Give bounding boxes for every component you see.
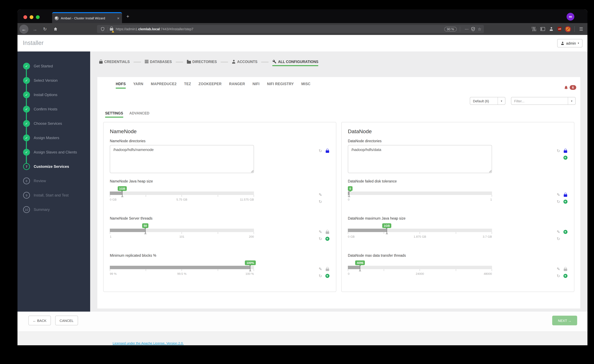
edit-icon[interactable]: ✎: [318, 192, 323, 197]
shield-icon[interactable]: [101, 27, 105, 31]
add-override-icon[interactable]: +: [563, 229, 568, 234]
slider-value-badge: 50: [142, 223, 148, 228]
chevron-down-icon[interactable]: ▾: [568, 97, 575, 104]
menu-icon[interactable]: ☰: [579, 27, 583, 32]
forward-icon[interactable]: →: [31, 23, 39, 35]
sidebar-step-install-start-and-test[interactable]: 9Install, Start and Test: [17, 188, 90, 202]
undo-icon[interactable]: ↻: [318, 199, 323, 204]
chevron-down-icon[interactable]: ▾: [498, 97, 505, 104]
undo-icon[interactable]: ↻: [556, 148, 561, 153]
add-override-icon[interactable]: +: [563, 199, 568, 204]
undo-icon[interactable]: ↻: [318, 273, 323, 278]
sidebar-step-summary[interactable]: 10Summary: [17, 202, 90, 217]
undo-icon[interactable]: ↻: [556, 273, 561, 278]
final-lock-icon[interactable]: [325, 148, 330, 153]
panel-title: DataNode: [348, 128, 568, 135]
minimize-window-button[interactable]: [30, 15, 33, 19]
lock-icon[interactable]: [563, 266, 568, 271]
service-tab-ranger[interactable]: RANGER: [229, 82, 245, 88]
user-menu-button[interactable]: admin ▾: [557, 39, 582, 47]
library-icon[interactable]: [532, 27, 536, 31]
slider-track[interactable]: [110, 266, 254, 269]
browser-tab[interactable]: Ambari - Cluster Install Wizard ×: [52, 12, 122, 23]
tab-advanced[interactable]: ADVANCED: [129, 111, 149, 118]
service-tab-zookeeper[interactable]: ZOOKEEPER: [199, 82, 222, 88]
sidebar-step-install-options[interactable]: ✓Install Options: [17, 88, 90, 102]
lock-warning-icon[interactable]: [110, 26, 113, 32]
service-tab-hdfs[interactable]: HDFS: [116, 82, 126, 88]
service-tab-yarn[interactable]: YARN: [133, 82, 143, 88]
service-tab-misc[interactable]: MISC: [301, 82, 310, 88]
edit-icon[interactable]: ✎: [556, 229, 561, 234]
edit-icon[interactable]: ✎: [318, 266, 323, 271]
add-override-icon[interactable]: +: [325, 273, 330, 278]
lock-icon[interactable]: [325, 266, 330, 271]
check-icon: ✓: [23, 63, 30, 70]
alerts-indicator[interactable]: 6: [564, 85, 576, 90]
service-tab-nifi[interactable]: NIFI: [253, 82, 260, 88]
extension-disabled-icon[interactable]: [566, 27, 570, 31]
next-button[interactable]: NEXT →: [552, 316, 577, 325]
directories-textarea[interactable]: /hadoop/hdfs/data: [348, 145, 492, 173]
sidebar-step-get-started[interactable]: ✓Get Started: [17, 59, 90, 73]
add-override-icon[interactable]: +: [563, 155, 568, 160]
url-bar[interactable]: https://admin1.clemlab.local:7443/#/inst…: [97, 25, 484, 33]
license-link[interactable]: Licensed under the Apache License, Versi…: [113, 341, 184, 345]
lock-icon[interactable]: [325, 229, 330, 234]
fullscreen-window-button[interactable]: [36, 15, 40, 19]
cancel-button[interactable]: CANCEL: [55, 316, 78, 325]
tracking-protection-icon[interactable]: [471, 27, 475, 31]
wizard-nav-databases[interactable]: DATABASES: [145, 60, 172, 66]
sidebar-toggle-icon[interactable]: [540, 27, 545, 31]
tab-close-icon[interactable]: ×: [117, 16, 120, 20]
final-lock-icon[interactable]: [563, 148, 568, 153]
reload-icon[interactable]: ↻: [41, 23, 49, 35]
back-button[interactable]: ← BACK: [28, 316, 51, 325]
edit-icon[interactable]: ✎: [556, 266, 561, 271]
ublock-icon[interactable]: uO: [558, 27, 562, 31]
edit-icon[interactable]: ✎: [318, 229, 323, 234]
bell-icon: [564, 85, 568, 90]
slider-track[interactable]: [110, 191, 254, 195]
sidebar-step-assign-slaves-and-clients[interactable]: ✓Assign Slaves and Clients: [17, 145, 90, 159]
slider-track[interactable]: [348, 266, 492, 269]
sidebar-step-choose-services[interactable]: ✓Choose Services: [17, 116, 90, 131]
wizard-nav-credentials[interactable]: CREDENTIALS: [99, 60, 130, 66]
pencil-glyph: ✎: [319, 192, 322, 197]
close-window-button[interactable]: [23, 15, 27, 19]
sidebar-step-select-version[interactable]: ✓Select Version: [17, 73, 90, 88]
undo-icon[interactable]: ↻: [318, 236, 323, 241]
undo-icon[interactable]: ↻: [556, 236, 561, 241]
undo-icon[interactable]: ↻: [556, 199, 561, 204]
home-icon[interactable]: [52, 23, 59, 35]
config-group-select[interactable]: Default (6) ▾: [470, 97, 505, 105]
filter-input[interactable]: Filter... ▾: [511, 97, 576, 105]
service-tab-mapreduce2[interactable]: MAPREDUCE2: [151, 82, 176, 88]
slider-track[interactable]: [348, 229, 492, 232]
bookmark-star-icon[interactable]: ☆: [478, 27, 481, 31]
account-icon[interactable]: [550, 27, 553, 31]
sidebar-step-customize-services[interactable]: 7Customize Services: [17, 159, 90, 174]
edit-icon[interactable]: ✎: [556, 192, 561, 197]
slider-track[interactable]: [348, 191, 492, 195]
url-text[interactable]: https://admin1.clemlab.local:7443/#/inst…: [116, 27, 193, 31]
service-tab-tez[interactable]: TEZ: [184, 82, 191, 88]
service-tab-nifi-registry[interactable]: NIFI REGISTRY: [267, 82, 294, 88]
final-lock-icon[interactable]: [563, 192, 568, 197]
sidebar-step-confirm-hosts[interactable]: ✓Confirm Hosts: [17, 102, 90, 116]
slider-track[interactable]: [110, 229, 254, 232]
wizard-nav-directories[interactable]: DIRECTORIES: [187, 60, 217, 66]
directories-textarea[interactable]: /hadoop/hdfs/namenode: [110, 145, 254, 173]
more-icon[interactable]: ⋯: [465, 27, 469, 31]
wizard-nav-all-configurations[interactable]: ALL CONFIGURATIONS: [272, 60, 318, 66]
sidebar-step-assign-masters[interactable]: ✓Assign Masters: [17, 131, 90, 145]
undo-icon[interactable]: ↻: [318, 148, 323, 153]
zoom-indicator[interactable]: 90 %: [444, 27, 457, 31]
tab-settings[interactable]: SETTINGS: [105, 111, 123, 118]
add-override-icon[interactable]: +: [563, 273, 568, 278]
sidebar-step-review[interactable]: 8Review: [17, 174, 90, 188]
add-override-icon[interactable]: +: [325, 236, 330, 241]
back-icon[interactable]: ←: [19, 25, 28, 34]
new-tab-button[interactable]: +: [126, 14, 129, 19]
wizard-nav-accounts[interactable]: ACCOUNTS: [232, 60, 257, 66]
